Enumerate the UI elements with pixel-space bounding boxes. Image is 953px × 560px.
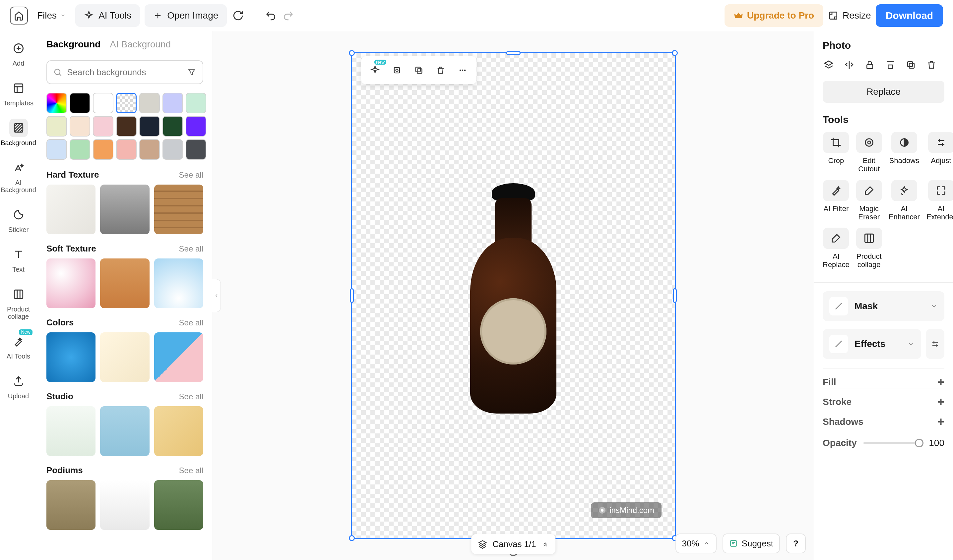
swatch-color[interactable] — [186, 93, 206, 113]
toolbar-crop[interactable] — [388, 61, 406, 79]
see-all-soft[interactable]: See all — [179, 244, 203, 254]
swatch-transparent[interactable] — [116, 93, 137, 113]
help-button[interactable]: ? — [786, 534, 806, 553]
rail-add[interactable]: Add — [2, 37, 35, 69]
tool-adjust[interactable]: Adjust — [927, 132, 953, 173]
bg-thumb[interactable] — [100, 184, 149, 234]
bg-thumb[interactable] — [154, 258, 203, 308]
redo-button[interactable] — [282, 9, 295, 22]
filter-button[interactable] — [187, 67, 197, 77]
see-all-hard[interactable]: See all — [179, 170, 203, 179]
bg-thumb[interactable] — [154, 184, 203, 234]
bg-thumb[interactable] — [47, 406, 96, 456]
bg-thumb[interactable] — [100, 258, 149, 308]
resize-button[interactable]: Resize — [828, 4, 871, 27]
swatch-white[interactable] — [93, 93, 113, 113]
undo-button[interactable] — [264, 9, 277, 22]
lock-button[interactable] — [864, 59, 876, 71]
upgrade-button[interactable]: Upgrade to Pro — [725, 4, 823, 27]
align-button[interactable] — [884, 59, 896, 71]
fill-row[interactable]: Fill+ — [823, 368, 944, 386]
download-button[interactable]: Download — [876, 4, 943, 27]
tool-ai-extender[interactable]: AI Extender — [927, 180, 953, 221]
canvas[interactable]: New — [351, 52, 676, 539]
rail-text[interactable]: Text — [2, 243, 35, 275]
see-all-colors[interactable]: See all — [179, 318, 203, 327]
toolbar-ai[interactable]: New — [366, 61, 384, 79]
layer-order-button[interactable] — [823, 59, 835, 71]
zoom-control[interactable]: 30% — [675, 534, 717, 553]
swatch-color[interactable] — [186, 116, 206, 136]
swatch-picker[interactable] — [47, 93, 67, 113]
effects-settings[interactable] — [926, 329, 944, 359]
swatch-color[interactable] — [163, 93, 183, 113]
swatch-color[interactable] — [139, 139, 160, 160]
bg-thumb[interactable] — [100, 480, 149, 530]
suggest-button[interactable]: Suggest — [723, 534, 780, 553]
ai-tools-button[interactable]: AI Tools — [75, 4, 140, 27]
tool-magic-eraser[interactable]: Magic Eraser — [856, 180, 882, 221]
tool-ai-filter[interactable]: AI Filter — [823, 180, 849, 221]
flip-button[interactable] — [843, 59, 855, 71]
swatch-color[interactable] — [186, 139, 206, 160]
duplicate-button[interactable] — [905, 59, 917, 71]
canvas-pager[interactable]: Canvas 1/1 — [471, 534, 556, 554]
swatch-color[interactable] — [47, 116, 67, 136]
mask-row[interactable]: Mask — [823, 291, 944, 321]
shadows-row[interactable]: Shadows+ — [823, 408, 944, 426]
swatch-color[interactable] — [93, 116, 113, 136]
rail-upload[interactable]: Upload — [2, 370, 35, 402]
sync-button[interactable] — [231, 9, 245, 22]
search-input[interactable] — [67, 67, 182, 77]
bg-thumb[interactable] — [100, 333, 149, 382]
swatch-color[interactable] — [70, 139, 90, 160]
swatch-color[interactable] — [163, 139, 183, 160]
rail-sticker[interactable]: Sticker — [2, 203, 35, 235]
bg-thumb[interactable] — [47, 333, 96, 382]
see-all-podiums[interactable]: See all — [179, 466, 203, 475]
swatch-color[interactable] — [139, 116, 160, 136]
toolbar-more[interactable] — [453, 61, 472, 79]
opacity-slider[interactable] — [863, 442, 919, 444]
swatch-color[interactable] — [116, 116, 137, 136]
bg-thumb[interactable] — [154, 333, 203, 382]
toolbar-duplicate[interactable] — [410, 61, 428, 79]
swatch-color[interactable] — [47, 139, 67, 160]
swatch-color[interactable] — [163, 116, 183, 136]
swatch-color[interactable] — [139, 93, 160, 113]
files-menu[interactable]: Files — [33, 7, 71, 25]
replace-button[interactable]: Replace — [823, 81, 944, 103]
see-all-studio[interactable]: See all — [179, 392, 203, 401]
tool-product-collage[interactable]: Product collage — [856, 227, 882, 269]
tool-crop[interactable]: Crop — [823, 132, 849, 173]
toolbar-delete[interactable] — [431, 61, 450, 79]
swatch-black[interactable] — [70, 93, 90, 113]
open-image-button[interactable]: Open Image — [144, 4, 227, 27]
bg-thumb[interactable] — [47, 184, 96, 234]
tool-ai-enhancer[interactable]: AI Enhancer — [889, 180, 920, 221]
bg-thumb[interactable] — [154, 480, 203, 530]
home-button[interactable] — [10, 7, 28, 25]
collapse-left-panel[interactable] — [212, 279, 221, 312]
search-backgrounds[interactable] — [47, 60, 203, 84]
tool-edit-cutout[interactable]: Edit Cutout — [856, 132, 882, 173]
rail-background[interactable]: Background — [2, 117, 35, 149]
bg-thumb[interactable] — [47, 258, 96, 308]
rail-ai-tools[interactable]: New AI Tools — [2, 330, 35, 362]
tool-ai-replace[interactable]: AI Replace — [823, 227, 849, 269]
delete-button[interactable] — [925, 59, 937, 71]
photo-layer-bottle[interactable] — [470, 238, 556, 413]
bg-thumb[interactable] — [47, 480, 96, 530]
rail-ai-background[interactable]: AI Background — [2, 156, 35, 195]
swatch-color[interactable] — [93, 139, 113, 160]
bg-thumb[interactable] — [100, 406, 149, 456]
tab-background[interactable]: Background — [47, 39, 101, 52]
rail-templates[interactable]: Templates — [2, 77, 35, 109]
stroke-row[interactable]: Stroke+ — [823, 388, 944, 406]
opacity-thumb[interactable] — [915, 439, 924, 447]
rail-product-collage[interactable]: Product collage — [2, 283, 35, 322]
tool-shadows[interactable]: Shadows — [889, 132, 920, 173]
bg-thumb[interactable] — [154, 406, 203, 456]
effects-row[interactable]: Effects — [823, 329, 921, 359]
swatch-color[interactable] — [116, 139, 137, 160]
